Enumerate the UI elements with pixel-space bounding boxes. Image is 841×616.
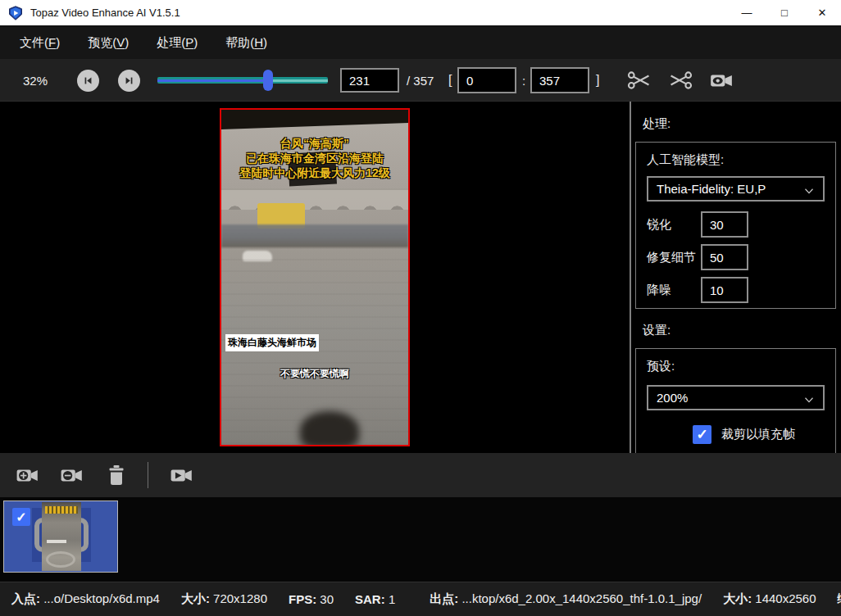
menu-item-process[interactable]: 处理(P)	[148, 32, 206, 54]
menu-item-preview[interactable]: 预览(V)	[80, 32, 137, 54]
trim-out-button[interactable]	[667, 59, 693, 102]
queue-toolbar-divider	[148, 462, 148, 488]
ai-model-value: Theia-Fidelity: EU,P	[657, 182, 766, 196]
chevron-down-icon	[802, 392, 816, 407]
menubar: 文件(F) 预览(V) 处理(P) 帮助(H)	[0, 26, 841, 59]
ai-model-group: 人工智能模型: Theia-Fidelity: EU,P 锐化 修复细节 降噪	[635, 142, 836, 309]
preset-select[interactable]: 200%	[647, 385, 825, 410]
status-fps: FPS: 30	[289, 592, 334, 606]
thumbnail-frame-image	[42, 502, 81, 571]
camera-minus-icon	[59, 463, 85, 487]
current-frame-input[interactable]	[340, 68, 399, 93]
sharpen-input[interactable]	[701, 211, 748, 238]
status-scale: 缩放: 200%	[838, 591, 841, 607]
thumbnail-strip: ✓	[0, 497, 841, 582]
range-start-input[interactable]	[457, 67, 516, 93]
status-input-path: 入点: ...o/Desktop/x6d.mp4	[11, 591, 160, 607]
maximize-button[interactable]: □	[766, 0, 803, 25]
restore-detail-label: 修复细节	[647, 250, 701, 265]
delete-video-button[interactable]	[105, 463, 128, 487]
status-output-path: 出点: ...ktop/x6d_2.00x_1440x2560_thf-1.0.…	[430, 591, 702, 607]
total-frames-label: / 357	[407, 59, 434, 102]
video-wall-shape	[221, 224, 408, 247]
app-logo-icon	[8, 6, 23, 20]
trash-icon	[105, 463, 128, 487]
skip-end-icon	[122, 74, 136, 88]
video-ceiling-shape	[221, 110, 408, 131]
range-separator: :	[522, 59, 525, 102]
playback-toolbar: 32% / 357 [ : ]	[0, 59, 841, 102]
status-output-size: 大小: 1440x2560	[723, 591, 816, 607]
trim-in-button[interactable]	[626, 59, 652, 102]
video-bridge-shape	[221, 188, 408, 210]
camera-play-icon	[168, 463, 196, 487]
statusbar: 入点: ...o/Desktop/x6d.mp4 大小: 720x1280 FP…	[0, 582, 841, 616]
video-preview: 台风“海高斯” 已在珠海市金湾区沿海登陆 登陆时中心附近最大风力12级 珠海白藤…	[220, 108, 410, 446]
skip-to-end-button[interactable]	[118, 70, 140, 92]
status-sar: SAR: 1	[355, 592, 395, 606]
preset-label: 预设:	[647, 359, 825, 374]
crop-to-fill-label: 裁剪以填充帧	[721, 427, 795, 442]
slider-remainder	[268, 79, 328, 82]
sharpen-label: 锐化	[647, 217, 701, 233]
range-close-bracket: ]	[596, 59, 599, 102]
slider-progress	[157, 79, 268, 82]
video-overlay-title: 台风“海高斯” 已在珠海市金湾区沿海登陆 登陆时中心附近最大风力12级	[221, 136, 408, 180]
thumbnail-title-smudge	[45, 506, 78, 514]
slider-thumb[interactable]	[263, 70, 273, 91]
restore-detail-input[interactable]	[701, 244, 748, 270]
camera-plus-icon	[15, 463, 41, 487]
video-thumbnail-selected[interactable]: ✓	[3, 500, 118, 573]
video-location-label: 珠海白藤头海鲜市场	[225, 334, 319, 351]
ai-model-label: 人工智能模型:	[647, 152, 825, 168]
range-end-input[interactable]	[530, 67, 589, 93]
remove-video-button[interactable]	[59, 463, 85, 487]
video-foreground-blob	[300, 411, 359, 446]
denoise-input[interactable]	[701, 277, 748, 303]
add-video-button[interactable]	[15, 463, 41, 487]
skip-to-start-button[interactable]	[77, 70, 99, 92]
preset-value: 200%	[657, 391, 688, 405]
denoise-label: 降噪	[647, 283, 701, 298]
minimize-button[interactable]: —	[728, 0, 766, 25]
range-open-bracket: [	[448, 59, 452, 102]
preview-button[interactable]	[707, 59, 735, 102]
video-caption: 不要慌不要慌啊	[221, 367, 408, 381]
menu-item-file[interactable]: 文件(F)	[11, 32, 68, 54]
slider-track[interactable]	[157, 77, 328, 84]
preset-group: 预设: 200% ✓ 裁剪以填充帧	[635, 348, 836, 453]
scissors-left-icon	[667, 68, 693, 93]
window-title: Topaz Video Enhance AI V1.5.1	[30, 7, 180, 19]
processing-section-title: 处理:	[643, 116, 841, 132]
queue-toolbar	[0, 453, 841, 497]
checkmark-icon: ✓	[16, 510, 26, 525]
scissors-right-icon	[626, 68, 652, 93]
timeline-slider[interactable]	[157, 59, 328, 102]
camera-eye-icon	[707, 68, 735, 93]
thumbnail-coil-shape	[46, 551, 75, 568]
window-titlebar: Topaz Video Enhance AI V1.5.1 — □ ✕	[0, 0, 841, 26]
skip-start-icon	[81, 74, 95, 88]
zoom-level: 32%	[23, 59, 48, 102]
menu-item-help[interactable]: 帮助(H)	[217, 32, 275, 54]
checkmark-icon: ✓	[696, 426, 707, 443]
ai-model-select[interactable]: Theia-Fidelity: EU,P	[647, 176, 825, 202]
preview-region: 台风“海高斯” 已在珠海市金湾区沿海登陆 登陆时中心附近最大风力12级 珠海白藤…	[0, 102, 630, 453]
chevron-down-icon	[802, 183, 816, 198]
thumbnail-checkbox[interactable]: ✓	[12, 508, 30, 526]
crop-to-fill-checkbox[interactable]: ✓	[693, 425, 711, 444]
main-area: 台风“海高斯” 已在珠海市金湾区沿海登陆 登陆时中心附近最大风力12级 珠海白藤…	[0, 102, 841, 453]
process-video-button[interactable]	[168, 463, 196, 487]
close-button[interactable]: ✕	[803, 0, 841, 25]
thumbnail-label-smudge	[47, 540, 66, 543]
settings-panel: 处理: 人工智能模型: Theia-Fidelity: EU,P 锐化 修复细节…	[631, 102, 841, 453]
settings-section-title: 设置:	[643, 323, 841, 338]
status-input-size: 大小: 720x1280	[181, 591, 267, 607]
